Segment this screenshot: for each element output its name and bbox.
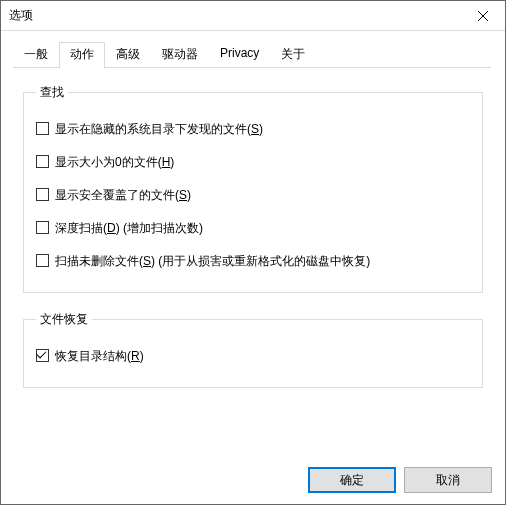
tab-bar: 一般 动作 高级 驱动器 Privacy 关于 xyxy=(1,31,505,68)
option-show-hidden[interactable]: 显示在隐藏的系统目录下发现的文件(S) xyxy=(36,121,470,138)
checkbox-restore-dir[interactable] xyxy=(36,349,49,362)
titlebar: 选项 xyxy=(1,1,505,31)
group-recover: 文件恢复 恢复目录结构(R) xyxy=(23,311,483,388)
cancel-button[interactable]: 取消 xyxy=(404,467,492,493)
group-recover-legend: 文件恢复 xyxy=(36,311,92,328)
group-search-legend: 查找 xyxy=(36,84,68,101)
checkbox-show-zero[interactable] xyxy=(36,155,49,168)
option-show-overwritten[interactable]: 显示安全覆盖了的文件(S) xyxy=(36,187,470,204)
group-search: 查找 显示在隐藏的系统目录下发现的文件(S) 显示大小为0的文件(H) 显示安全… xyxy=(23,84,483,293)
label-restore-dir: 恢复目录结构(R) xyxy=(55,348,144,365)
option-scan-undeleted[interactable]: 扫描未删除文件(S) (用于从损害或重新格式化的磁盘中恢复) xyxy=(36,253,470,270)
label-show-hidden: 显示在隐藏的系统目录下发现的文件(S) xyxy=(55,121,263,138)
tab-advanced[interactable]: 高级 xyxy=(105,42,151,68)
option-show-zero[interactable]: 显示大小为0的文件(H) xyxy=(36,154,470,171)
label-deep-scan: 深度扫描(D) (增加扫描次数) xyxy=(55,220,203,237)
tab-actions[interactable]: 动作 xyxy=(59,42,105,69)
checkbox-show-overwritten[interactable] xyxy=(36,188,49,201)
ok-button[interactable]: 确定 xyxy=(308,467,396,493)
tab-privacy[interactable]: Privacy xyxy=(209,42,270,68)
label-show-overwritten: 显示安全覆盖了的文件(S) xyxy=(55,187,191,204)
option-deep-scan[interactable]: 深度扫描(D) (增加扫描次数) xyxy=(36,220,470,237)
option-restore-dir[interactable]: 恢复目录结构(R) xyxy=(36,348,470,365)
tab-content: 查找 显示在隐藏的系统目录下发现的文件(S) 显示大小为0的文件(H) 显示安全… xyxy=(1,68,505,411)
tab-drives[interactable]: 驱动器 xyxy=(151,42,209,68)
checkbox-scan-undeleted[interactable] xyxy=(36,254,49,267)
checkbox-show-hidden[interactable] xyxy=(36,122,49,135)
label-scan-undeleted: 扫描未删除文件(S) (用于从损害或重新格式化的磁盘中恢复) xyxy=(55,253,370,270)
dialog-buttons: 确定 取消 xyxy=(308,467,492,493)
close-icon xyxy=(478,11,488,21)
window-title: 选项 xyxy=(9,7,33,24)
close-button[interactable] xyxy=(460,1,505,31)
tab-general[interactable]: 一般 xyxy=(13,42,59,68)
label-show-zero: 显示大小为0的文件(H) xyxy=(55,154,174,171)
tab-about[interactable]: 关于 xyxy=(270,42,316,68)
checkbox-deep-scan[interactable] xyxy=(36,221,49,234)
